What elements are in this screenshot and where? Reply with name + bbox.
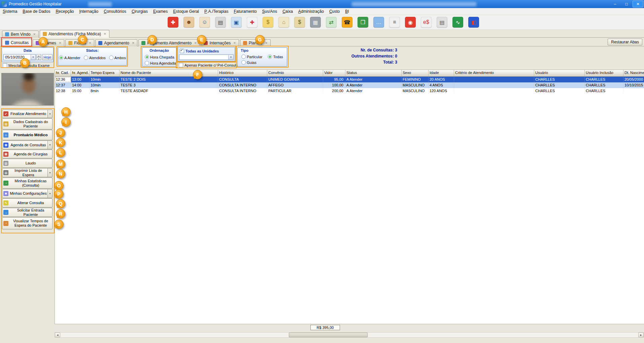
- menu-item-recepcao[interactable]: Recepção: [53, 8, 76, 15]
- prontuario-medico-button[interactable]: ☺Prontuário Médico: [2, 130, 53, 140]
- print-icon[interactable]: ▤: [215, 17, 226, 28]
- radio-ambos[interactable]: Ambos: [109, 55, 126, 60]
- unidades-dropdown[interactable]: ▼: [179, 54, 234, 60]
- spinner-up-icon[interactable]: ▲: [36, 54, 41, 57]
- finance-icon[interactable]: $: [263, 17, 273, 28]
- close-tab-icon[interactable]: ✕: [59, 41, 62, 45]
- main-tab-bem-vindo[interactable]: Bem Vindo✕: [2, 31, 39, 38]
- column-header-criterio-de-atendimento[interactable]: Critério de Atendimento: [454, 70, 534, 76]
- radio-todas[interactable]: Todas: [268, 54, 283, 59]
- dropdown-arrow-icon[interactable]: ▼: [47, 110, 52, 118]
- emergency-icon[interactable]: ✚: [168, 17, 178, 28]
- minhas-estatisticas-consulta-button[interactable]: ◔Minhas Estatísticas (Consulta): [2, 178, 53, 189]
- column-header-usuario[interactable]: Usuário: [534, 70, 585, 76]
- menu-item-base-de-dados[interactable]: Base de Dados: [20, 8, 53, 15]
- restaurar-abas-button[interactable]: Restaurar Abas: [608, 39, 642, 45]
- safe-icon[interactable]: ▦: [310, 17, 321, 28]
- patients-icon[interactable]: ☻: [183, 17, 194, 28]
- laudo-button[interactable]: ▤Laudo: [2, 159, 53, 168]
- wallet-icon[interactable]: ❒: [358, 17, 368, 28]
- dados-cadastrais-do-paciente-button[interactable]: ▤Dados Cadastrais do Paciente: [2, 118, 53, 129]
- menu-item-bi[interactable]: BI: [342, 8, 351, 15]
- radio-hora-chegada[interactable]: Hora Chegada: [145, 55, 176, 59]
- vitals-chart-icon[interactable]: ∿: [452, 17, 463, 28]
- power-icon[interactable]: ◉: [405, 17, 416, 28]
- payment-house-icon[interactable]: ⌂: [278, 17, 289, 28]
- close-tab-icon[interactable]: ✕: [132, 41, 135, 45]
- professionals-icon[interactable]: ☺: [199, 17, 210, 28]
- imprimir-lista-de-espera-button[interactable]: ▤Imprimir Lista de Espera▼: [2, 168, 53, 177]
- table-row-2[interactable]: 12:3714:0010minTESTE 3CONSULTA INTERNOAF…: [55, 82, 644, 88]
- close-tab-icon[interactable]: ✕: [89, 41, 92, 45]
- radio-a-atender[interactable]: A Atender: [59, 55, 80, 60]
- menu-item-p-a-terapias[interactable]: P.A./Terapias: [202, 8, 231, 15]
- column-header-hr-cad[interactable]: hr. Cad.: [55, 70, 71, 76]
- scroll-right-icon[interactable]: ►: [638, 333, 644, 337]
- sub-tab-agendamento[interactable]: Agendamento✕: [95, 39, 137, 46]
- bi-icon[interactable]: ◧: [468, 17, 479, 28]
- table-row-1[interactable]: 12:3613:0010minTESTE 2 DOISCONSULTAUNIME…: [55, 77, 644, 82]
- menu-item-administracao[interactable]: Administração: [296, 8, 327, 15]
- chat-icon[interactable]: …: [373, 17, 384, 28]
- column-header-usuario-inclusao[interactable]: Usuário Inclusão: [585, 70, 623, 76]
- column-header-status[interactable]: Status: [345, 70, 402, 76]
- hoje-button[interactable]: Hoje: [42, 54, 53, 60]
- menu-item-estoque-geral[interactable]: Estoque Geral: [170, 8, 202, 15]
- menu-item-cirurgias[interactable]: Cirurgias: [129, 8, 150, 15]
- close-tab-icon[interactable]: ✕: [265, 41, 268, 45]
- close-tab-icon[interactable]: ✕: [33, 33, 36, 36]
- close-tab-icon[interactable]: ✕: [104, 32, 106, 36]
- column-header-valor[interactable]: Valor: [323, 70, 345, 76]
- horizontal-scrollbar[interactable]: ◄ ►: [55, 332, 644, 338]
- menu-item-sus-ans[interactable]: Sus/Ans: [259, 8, 280, 15]
- visualizar-tempos-de-espera-do-paciente-button[interactable]: ◔Visualizar Tempos de Espera do Paciente: [2, 217, 53, 229]
- dropdown-arrow-icon[interactable]: ▼: [47, 168, 52, 177]
- date-input[interactable]: 05/10/2020 ▼: [3, 54, 36, 60]
- column-header-convenio[interactable]: Convênio: [267, 70, 323, 76]
- finalizar-atendimento-button[interactable]: ✔Finalizar Atendimento▼: [2, 110, 53, 118]
- report-icon[interactable]: ≡: [389, 17, 400, 28]
- agenda-de-consultas-button[interactable]: ▦Agenda de Consultas▼: [2, 141, 53, 149]
- column-header-hr-agend[interactable]: hr. Agend.: [71, 70, 90, 76]
- todas-as-unidades-checkbox[interactable]: Todas as Unidades: [180, 49, 219, 53]
- close-button[interactable]: ✕: [633, 1, 643, 7]
- radio-particular[interactable]: Particular: [241, 54, 262, 59]
- column-header-sexo[interactable]: Sexo: [402, 70, 429, 76]
- date-spinner[interactable]: ▲ ▼: [36, 54, 41, 60]
- menu-item-faturamento[interactable]: Faturamento: [231, 8, 259, 15]
- apenas-pre-consulta-checkbox[interactable]: Apenas Paciente c/ Pré-Consulta: [179, 63, 239, 67]
- column-header-historico[interactable]: Histórico: [218, 70, 267, 76]
- menu-item-internacao[interactable]: Internação: [76, 8, 101, 15]
- column-header-nome-do-paciente[interactable]: Nome do Paciente: [120, 70, 218, 76]
- table-row-3[interactable]: 12:3815:008minTESTE ASDADFCONSULTA INTER…: [55, 88, 644, 94]
- agenda-de-cirurgias-button[interactable]: ▦Agenda de Cirurgias: [2, 150, 53, 158]
- scroll-left-icon[interactable]: ◄: [55, 333, 60, 337]
- radio-guias[interactable]: Guias: [241, 60, 257, 65]
- patient-transfer-icon[interactable]: ⇄: [326, 17, 337, 28]
- radio-atendidos[interactable]: Atendidos: [84, 55, 106, 60]
- minimize-button[interactable]: –: [610, 1, 620, 7]
- column-header-idade[interactable]: Idade: [429, 70, 454, 76]
- spinner-down-icon[interactable]: ▼: [36, 57, 41, 60]
- sub-tab-internacoes[interactable]: Internações✕: [201, 39, 239, 46]
- maximize-button[interactable]: □: [621, 1, 632, 7]
- ambulance-icon[interactable]: ✚: [247, 17, 258, 28]
- alterar-consulta-button[interactable]: ✎Alterar Consulta: [2, 198, 53, 207]
- close-tab-icon[interactable]: ✕: [233, 41, 236, 45]
- menu-item-consultorios[interactable]: Consultórios: [101, 8, 129, 15]
- scrollbar-thumb[interactable]: [289, 333, 368, 337]
- dropdown-arrow-icon[interactable]: ▼: [47, 141, 52, 149]
- workstation-icon[interactable]: ▣: [231, 17, 242, 28]
- minhas-configuracoes-button[interactable]: ✱Minhas Configurações▼: [2, 189, 53, 198]
- dropdown-arrow-icon[interactable]: ▼: [47, 189, 52, 198]
- radio-hora-agendada[interactable]: Hora Agendada: [145, 61, 176, 65]
- money-bag-icon[interactable]: $: [294, 17, 305, 28]
- menu-item-custo[interactable]: Custo: [327, 8, 342, 15]
- sub-tab-consultas[interactable]: Consultas: [2, 39, 32, 46]
- main-tab-atendimentos-ficha-medica[interactable]: Atendimentos (Ficha Médica)✕: [40, 30, 109, 38]
- document-print-icon[interactable]: ▤: [437, 17, 447, 28]
- menu-item-exames[interactable]: Exames: [150, 8, 170, 15]
- column-header-dt-nascimento[interactable]: Dt. Nascimento: [623, 70, 644, 76]
- calendar-dropdown-icon[interactable]: ▼: [31, 54, 35, 60]
- solicitar-entrada-paciente-button[interactable]: →Solicitar Entrada Paciente: [2, 208, 53, 217]
